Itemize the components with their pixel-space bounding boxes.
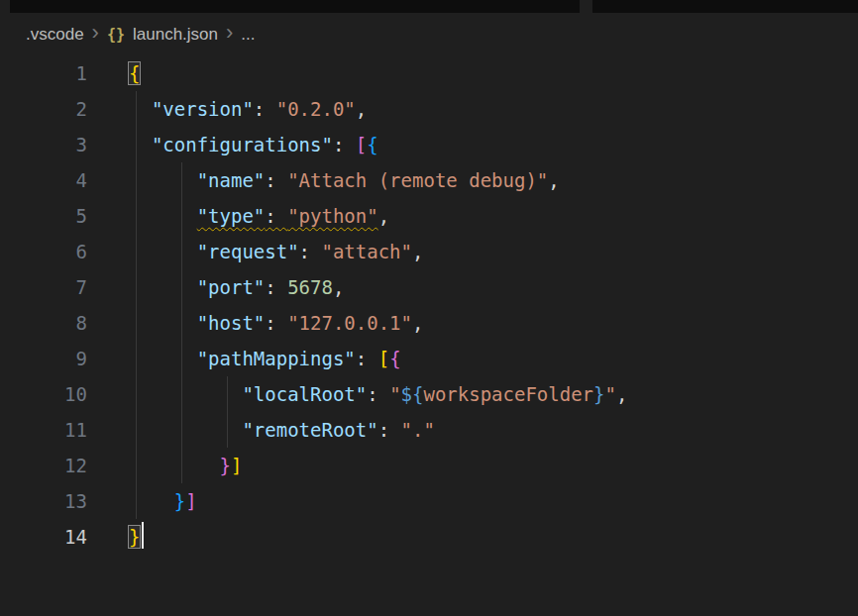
- chevron-right-icon: ›: [226, 22, 233, 44]
- code-token: :: [367, 383, 389, 405]
- code-token: "remoteRoot": [242, 419, 377, 441]
- editor-pane[interactable]: 1234567891011121314 { "version": "0.2.0"…: [0, 55, 858, 616]
- line-number: 13: [0, 483, 87, 519]
- code-token: ,: [412, 241, 423, 262]
- line-number: 1: [0, 55, 87, 91]
- code-token: "localRoot": [242, 383, 367, 405]
- line-number: 3: [0, 127, 87, 162]
- tab-bar: [0, 0, 858, 13]
- code-token: "0.2.0": [276, 98, 356, 120]
- code-token: ,: [356, 98, 367, 120]
- code-token: "127.0.0.1": [287, 312, 412, 334]
- line-number: 2: [0, 91, 87, 127]
- line-number: 10: [0, 376, 87, 412]
- bracket-match: }: [129, 526, 140, 548]
- code-line-12[interactable]: }]: [129, 448, 858, 483]
- line-number: 14: [0, 519, 87, 555]
- code-token: ]: [185, 490, 196, 512]
- code-token: ": [389, 383, 400, 405]
- code-token: :: [265, 276, 287, 298]
- code-token: :: [299, 241, 322, 262]
- code-token: [129, 241, 197, 262]
- code-token: [129, 348, 197, 369]
- code-token: :: [265, 169, 287, 191]
- code-token: :: [356, 348, 378, 369]
- code-line-9[interactable]: "pathMappings": [{: [129, 341, 858, 376]
- tab-bar-segment: [592, 0, 858, 13]
- code-token: "attach": [321, 241, 412, 262]
- code-line-2[interactable]: "version": "0.2.0",: [129, 91, 858, 127]
- tab-bar-segment: [10, 0, 580, 13]
- code-token: }: [593, 383, 604, 405]
- chevron-right-icon: ›: [92, 22, 99, 44]
- code-token: "request": [197, 241, 299, 262]
- code-line-8[interactable]: "host": "127.0.0.1",: [129, 305, 858, 341]
- line-number: 9: [0, 341, 87, 376]
- code-token: {: [367, 134, 377, 155]
- code-token: "python": [287, 205, 378, 227]
- code-token: "version": [152, 98, 254, 120]
- code-token: workspaceFolder: [423, 383, 593, 405]
- code-token: [129, 134, 152, 155]
- text-cursor: [142, 522, 144, 549]
- breadcrumb-item-vscode[interactable]: .vscode: [26, 25, 84, 45]
- breadcrumb: .vscode › {} launch.json › ...: [0, 13, 858, 55]
- code-line-7[interactable]: "port": 5678,: [129, 269, 858, 305]
- code-token: [129, 169, 197, 191]
- code-token: [: [356, 134, 367, 155]
- breadcrumb-item-ellipsis[interactable]: ...: [241, 25, 255, 45]
- code-token: :: [378, 419, 401, 441]
- code-token: "pathMappings": [197, 348, 356, 369]
- line-number: 8: [0, 305, 87, 341]
- code-line-1[interactable]: {: [129, 55, 858, 91]
- code-line-11[interactable]: "remoteRoot": ".": [129, 412, 858, 448]
- code-line-13[interactable]: }]: [129, 483, 858, 519]
- code-token: :: [254, 98, 276, 120]
- breadcrumb-item-launch-json[interactable]: launch.json: [133, 25, 218, 45]
- code-line-4[interactable]: "name": "Attach (remote debug)",: [129, 162, 858, 198]
- line-number: 11: [0, 412, 87, 448]
- code-token: ]: [231, 455, 242, 476]
- code-token: ,: [548, 169, 559, 191]
- code-line-3[interactable]: "configurations": [{: [129, 127, 858, 162]
- code-token: [129, 205, 197, 227]
- code-lines[interactable]: { "version": "0.2.0", "configurations": …: [87, 55, 858, 616]
- code-token: ,: [333, 276, 344, 298]
- code-token: }: [220, 455, 231, 476]
- code-token: "Attach (remote debug)": [287, 169, 548, 191]
- code-token: "type": [197, 205, 266, 227]
- gutter: 1234567891011121314: [0, 55, 87, 616]
- code-token: }: [174, 490, 185, 512]
- code-token: ,: [412, 312, 423, 334]
- code-line-10[interactable]: "localRoot": "${workspaceFolder}",: [129, 376, 858, 412]
- line-number: 6: [0, 234, 87, 269]
- code-line-14[interactable]: }: [129, 519, 858, 555]
- code-line-5[interactable]: "type": "python",: [129, 198, 858, 234]
- code-token: ".": [401, 419, 435, 441]
- line-number: 4: [0, 162, 87, 198]
- code-token: ,: [378, 205, 389, 227]
- code-token: {: [389, 348, 400, 369]
- code-token: [129, 383, 242, 405]
- code-token: :: [333, 134, 356, 155]
- code-token: [129, 419, 242, 441]
- code-token: :: [265, 312, 287, 334]
- code-token: [129, 98, 152, 120]
- code-token: "port": [197, 276, 266, 298]
- code-token: 5678: [287, 276, 333, 298]
- json-braces-icon: {}: [107, 26, 125, 44]
- code-token: :: [265, 205, 287, 227]
- code-token: "name": [197, 169, 266, 191]
- code-token: "configurations": [152, 134, 333, 155]
- line-number: 5: [0, 198, 87, 234]
- code-token: ": [605, 383, 616, 405]
- code-line-6[interactable]: "request": "attach",: [129, 234, 858, 269]
- bracket-match: {: [129, 62, 140, 84]
- code-token: [129, 490, 174, 512]
- line-number: 7: [0, 269, 87, 305]
- code-token: "host": [197, 312, 266, 334]
- code-token: [129, 276, 197, 298]
- line-number: 12: [0, 448, 87, 483]
- code-token: ,: [616, 383, 627, 405]
- code-token: ${: [401, 383, 424, 405]
